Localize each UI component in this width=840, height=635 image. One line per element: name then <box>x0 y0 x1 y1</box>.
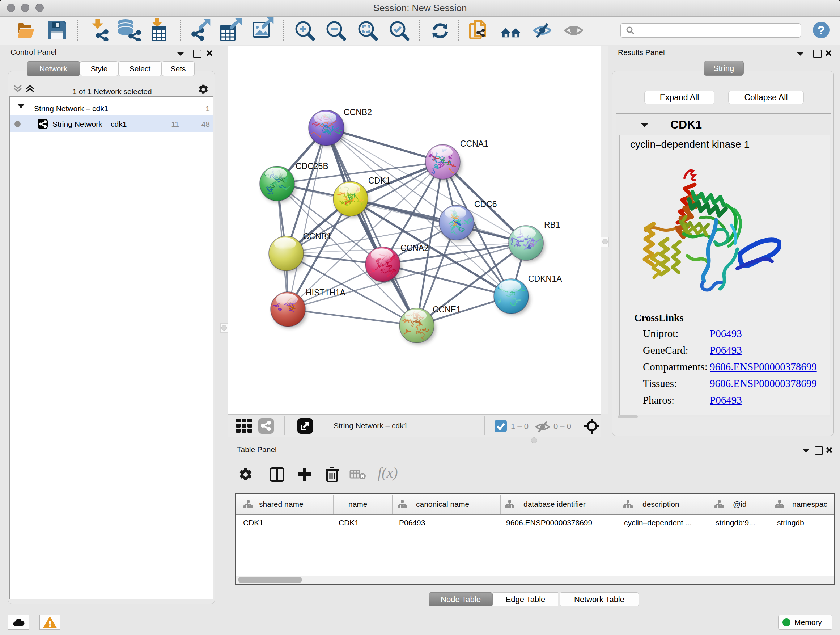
svg-text:RB1: RB1 <box>544 220 561 230</box>
svg-text:CCNA1: CCNA1 <box>460 139 488 149</box>
svg-text:CCNA2: CCNA2 <box>401 243 429 253</box>
svg-text:CDKN1A: CDKN1A <box>528 274 562 283</box>
svg-text:CCNE1: CCNE1 <box>433 305 461 314</box>
svg-text:CDC25B: CDC25B <box>295 162 328 171</box>
svg-text:CCNB1: CCNB1 <box>303 232 332 241</box>
svg-text:CDC6: CDC6 <box>474 200 497 209</box>
svg-text:CDK1: CDK1 <box>368 176 390 185</box>
svg-text:CCNB2: CCNB2 <box>344 108 372 117</box>
svg-text:HIST1H1A: HIST1H1A <box>306 288 346 297</box>
